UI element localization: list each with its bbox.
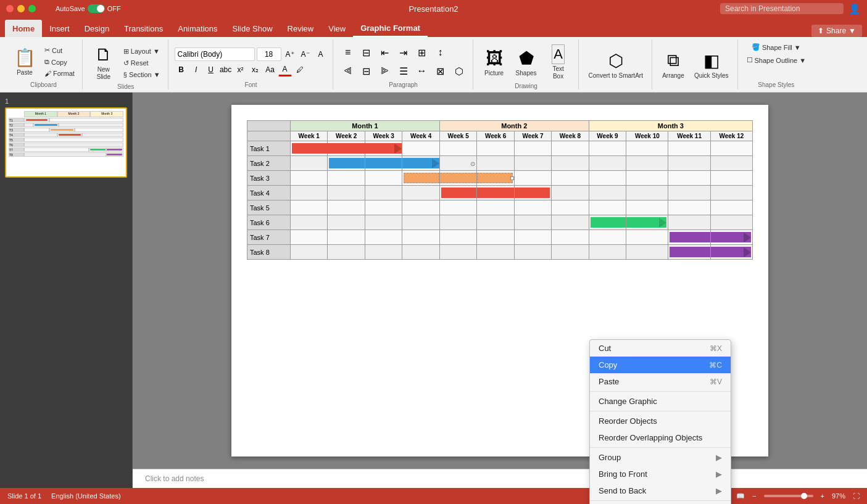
minimize-button[interactable] [17, 5, 25, 12]
strikethrough-button[interactable]: abc [219, 63, 233, 76]
arrange-content: ⧉ Arrange ◧ Quick Styles [658, 39, 732, 88]
align-right-button[interactable]: ⫸ [376, 62, 394, 80]
tab-graphic-format[interactable]: Graphic Format [353, 20, 428, 37]
italic-button[interactable]: I [189, 63, 203, 76]
align-left-button[interactable]: ⫷ [339, 62, 357, 80]
decrease-indent-button[interactable]: ⇤ [376, 44, 394, 61]
underline-button[interactable]: U [204, 63, 218, 76]
layout-icon: ⊞ [123, 48, 129, 56]
paste-button[interactable]: 📋 Paste [10, 45, 39, 79]
reset-button[interactable]: ↺ Reset [121, 58, 163, 68]
ctx-send-to-back[interactable]: Send to Back ▶ [590, 482, 731, 499]
new-slide-button[interactable]: 🗋 NewSlide [89, 42, 118, 83]
format-button[interactable]: 🖌 Format [42, 68, 77, 78]
text-direction-button[interactable]: ↔ [413, 62, 431, 80]
task-4-w6 [477, 186, 514, 200]
task-6-w11 [668, 215, 710, 230]
increase-indent-button[interactable]: ⇥ [395, 44, 412, 61]
task-2-w2 [328, 156, 365, 171]
task-5-w1 [291, 200, 328, 215]
task-3-w11 [668, 171, 710, 186]
maximize-button[interactable] [28, 5, 36, 12]
task-6-w2 [328, 215, 365, 230]
section-button[interactable]: § Section ▼ [121, 70, 163, 80]
zoom-in-button[interactable]: + [821, 492, 824, 500]
ctx-change-graphic[interactable]: Change Graphic [590, 393, 731, 410]
autosave-label: AutoSave [56, 5, 85, 12]
smartart-label: Convert to SmartArt [589, 72, 643, 80]
font-top-row: A⁺ A⁻ A [175, 48, 328, 61]
ctx-paste[interactable]: Paste ⌘V [590, 373, 731, 390]
numbered-list-button[interactable]: ⊟ [358, 44, 375, 61]
tab-review[interactable]: Review [280, 20, 321, 37]
superscript-button[interactable]: x² [234, 63, 247, 76]
convert-smartart-button[interactable]: ⬡ Convert to SmartArt [585, 48, 647, 82]
bullets-button[interactable]: ≡ [339, 44, 357, 61]
shape-outline-button[interactable]: ☐ Shape Outline ▼ [744, 55, 809, 65]
task-8-w7 [514, 245, 551, 260]
ctx-reorder-overlapping[interactable]: Reorder Overlapping Objects [590, 429, 731, 446]
slide-thumbnail[interactable]: Month 1 Month 2 Month 3 T1 T2 [5, 107, 127, 178]
task-7-w8 [552, 230, 589, 245]
slide-canvas[interactable]: Month 1 Month 2 Month 3 Week 1 Week 2 We… [231, 105, 768, 456]
picture-button[interactable]: 🖼 Picture [479, 46, 509, 80]
tab-insert[interactable]: Insert [42, 20, 77, 37]
bold-button[interactable]: B [175, 63, 188, 76]
notes-area[interactable]: Click to add notes [133, 469, 867, 488]
fit-to-window-icon[interactable]: ⛶ [853, 492, 860, 500]
decrease-font-button[interactable]: A⁻ [299, 48, 312, 61]
user-icon[interactable]: 👤 [848, 3, 861, 15]
smartart-convert-button[interactable]: ⬡ [450, 62, 468, 80]
layout-button[interactable]: ⊞ Layout ▼ [121, 46, 163, 57]
shape-fill-button[interactable]: 🪣 Shape Fill ▼ [749, 42, 803, 52]
ctx-cut[interactable]: Cut ⌘X [590, 340, 731, 357]
columns-button[interactable]: ⊞ [413, 44, 431, 61]
subscript-button[interactable]: x₂ [249, 63, 262, 76]
zoom-level[interactable]: 97% [832, 492, 845, 500]
ctx-bring-to-front[interactable]: Bring to Front ▶ [590, 466, 731, 482]
reset-icon: ↺ [123, 59, 129, 67]
zoom-out-button[interactable]: − [752, 492, 756, 500]
task-8-label: Task 8 [247, 245, 291, 260]
shapes-button[interactable]: ⬟ Shapes [512, 46, 541, 80]
cut-button[interactable]: ✂ Cut [42, 45, 77, 56]
font-family-input[interactable] [175, 48, 255, 61]
arrange-button[interactable]: ⧉ Arrange [658, 48, 688, 82]
ctx-group[interactable]: Group ▶ [590, 449, 731, 466]
share-button[interactable]: ⬆ Share ▼ [811, 25, 862, 37]
font-size-input[interactable] [257, 48, 281, 61]
textbox-button[interactable]: A TextBox [544, 42, 573, 83]
quick-styles-button[interactable]: ◧ Quick Styles [691, 48, 732, 82]
zoom-slider[interactable] [764, 495, 813, 497]
search-input[interactable] [720, 3, 844, 14]
justify-button[interactable]: ☰ [395, 62, 412, 80]
text-highlight-button[interactable]: 🖊 [293, 63, 307, 76]
vertical-align-button[interactable]: ⊠ [432, 62, 449, 80]
copy-button[interactable]: ⧉ Copy [42, 57, 77, 67]
tab-view[interactable]: View [321, 20, 353, 37]
increase-font-button[interactable]: A⁺ [283, 48, 297, 61]
align-center-button[interactable]: ⊟ [358, 62, 375, 80]
task-4-w9 [589, 186, 626, 200]
autosave-toggle[interactable] [88, 4, 105, 13]
tab-transitions[interactable]: Transitions [117, 20, 170, 37]
slide-number: 1 [5, 97, 127, 105]
clear-format-button[interactable]: A [314, 48, 328, 61]
clipboard-content: 📋 Paste ✂ Cut ⧉ Copy 🖌 Format [10, 39, 77, 81]
close-button[interactable] [6, 5, 14, 12]
tab-animations[interactable]: Animations [170, 20, 225, 37]
ctx-reorder-objects[interactable]: Reorder Objects [590, 413, 731, 429]
change-case-button[interactable]: Aa [263, 63, 277, 76]
reading-view-icon[interactable]: 📖 [736, 492, 745, 500]
task-4-w2 [328, 186, 365, 200]
slides-label: Slides [117, 83, 134, 91]
arrange-icon: ⧉ [667, 51, 679, 71]
arrange-label: Arrange [662, 72, 684, 80]
tab-home[interactable]: Home [5, 20, 42, 37]
font-color-button[interactable]: A [278, 63, 292, 76]
paragraph-spacing-button[interactable]: ↕ [432, 44, 449, 61]
ctx-copy[interactable]: Copy ⌘C [590, 357, 731, 373]
tab-slideshow[interactable]: Slide Show [225, 20, 280, 37]
task-8-w1 [291, 245, 328, 260]
tab-design[interactable]: Design [77, 20, 117, 37]
